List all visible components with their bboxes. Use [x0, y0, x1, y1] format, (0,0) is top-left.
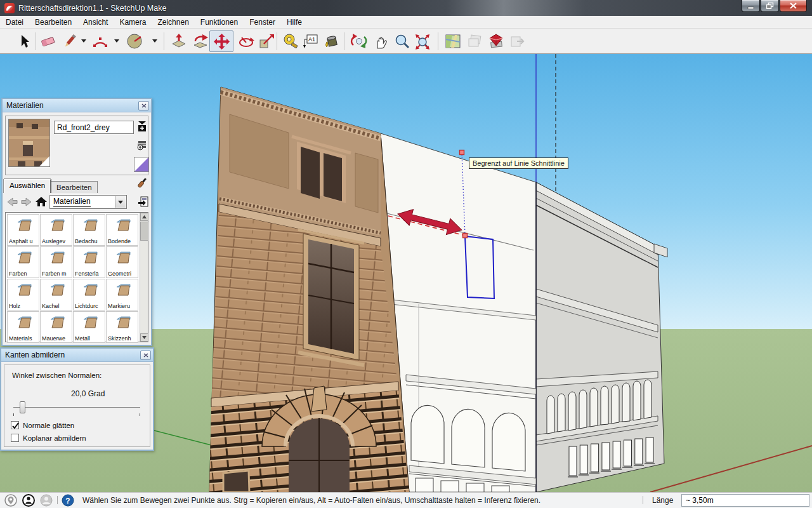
share-model-tool[interactable]	[508, 30, 528, 52]
material-collection-item[interactable]: Markieru	[106, 279, 138, 311]
circle-tool[interactable]	[124, 30, 145, 52]
eraser-tool[interactable]	[38, 30, 58, 52]
sketchup-window: Ritterschaftsdirektion1.1 - SketchUp Mak…	[0, 0, 812, 508]
zoom-tool[interactable]	[392, 30, 412, 52]
measurement-input[interactable]	[681, 494, 809, 507]
scroll-up-icon[interactable]	[140, 213, 148, 221]
tab-bearbeiten[interactable]: Bearbeiten	[51, 181, 98, 193]
material-collection-item[interactable]: Auslegev	[40, 214, 72, 246]
add-location-tool[interactable]	[443, 30, 463, 52]
circle-tool-dropdown[interactable]	[152, 39, 157, 43]
materials-panel-titlebar[interactable]: Materialien	[3, 99, 151, 112]
scroll-down-icon[interactable]	[140, 333, 148, 342]
create-material-icon[interactable]	[136, 120, 148, 131]
warehouse-tool[interactable]	[486, 30, 506, 52]
folder-icon	[115, 250, 131, 264]
status-bar: ? Wählen Sie zum Bewegen zwei Punkte aus…	[0, 492, 812, 508]
material-collection-item[interactable]: Farben	[7, 246, 39, 278]
material-collection-item[interactable]: Skizzenh	[106, 311, 138, 343]
default-material-icon[interactable]	[134, 157, 149, 172]
help-icon[interactable]: ?	[62, 494, 74, 508]
arc-tool[interactable]	[90, 30, 110, 52]
material-collection-item[interactable]: Lichtdurc	[73, 279, 105, 311]
restore-button[interactable]	[761, 0, 779, 12]
claim-icon[interactable]	[22, 493, 36, 508]
material-collection-item[interactable]: Bodende	[106, 214, 138, 246]
slider-tick-right	[140, 413, 140, 416]
close-button[interactable]	[780, 0, 807, 12]
sign-in-icon[interactable]	[39, 493, 53, 508]
menu-item-bearbeiten[interactable]: Bearbeiten	[29, 17, 77, 28]
pan-tool[interactable]	[370, 30, 391, 52]
minimize-button[interactable]	[742, 0, 760, 12]
menu-item-kamera[interactable]: Kamera	[114, 17, 152, 28]
soften-panel-title: Kanten abmildern	[5, 351, 65, 359]
select-tool[interactable]	[14, 30, 34, 52]
secondary-pane-icon[interactable]	[136, 139, 148, 150]
orbit-tool[interactable]	[349, 30, 369, 52]
zoom-extents-tool[interactable]	[412, 30, 433, 52]
paint-bucket-tool[interactable]	[321, 30, 341, 52]
pushpull-tool[interactable]	[169, 30, 189, 52]
photo-textures-tool[interactable]	[464, 30, 485, 52]
soften-panel-titlebar[interactable]: Kanten abmildern	[1, 349, 153, 362]
angle-slider-track[interactable]	[13, 407, 140, 408]
tape-measure-tool[interactable]	[280, 30, 301, 52]
details-icon[interactable]	[137, 196, 150, 211]
forward-icon[interactable]	[20, 196, 32, 210]
material-thumbnail[interactable]	[8, 119, 50, 167]
material-collection-item[interactable]: Holz	[7, 279, 39, 311]
menu-item-funktionen[interactable]: Funktionen	[195, 17, 244, 28]
folder-icon	[49, 283, 65, 297]
back-icon[interactable]	[6, 196, 18, 210]
line-tool[interactable]	[60, 30, 80, 52]
material-collection-item[interactable]: Fensterlä	[73, 246, 105, 278]
materials-scrollbar[interactable]	[140, 213, 148, 342]
angle-slider-handle[interactable]	[20, 401, 25, 413]
menu-item-fenster[interactable]: Fenster	[244, 17, 281, 28]
menu-item-datei[interactable]: Datei	[0, 17, 29, 28]
statusbar-separator2	[643, 496, 643, 504]
materials-panel-title: Materialien	[6, 101, 44, 110]
material-collection-item[interactable]: Geometri	[106, 246, 138, 278]
arc-tool-dropdown[interactable]	[114, 39, 119, 43]
material-collection-item[interactable]: Asphalt u	[7, 214, 39, 246]
tab-auswaehlen[interactable]: Auswählen	[4, 179, 51, 193]
material-collection-label: Farben	[9, 271, 38, 277]
soften-coplanar-row: Koplanar abmildern	[11, 434, 86, 442]
angle-value: 20,0 Grad	[71, 389, 105, 398]
menu-item-ansicht[interactable]: Ansicht	[77, 17, 114, 28]
soften-panel-close-icon[interactable]	[140, 351, 151, 360]
menu-item-zeichnen[interactable]: Zeichnen	[152, 17, 194, 28]
scrollbar-thumb[interactable]	[140, 222, 148, 241]
material-collection-item[interactable]: Materials	[7, 311, 39, 343]
smooth-normals-checkbox[interactable]	[11, 421, 19, 429]
material-collection-label: Metall	[75, 335, 104, 342]
menu-item-hilfe[interactable]: Hilfe	[281, 17, 308, 28]
svg-text:?: ?	[65, 497, 70, 505]
rotate-tool[interactable]	[236, 30, 256, 52]
materials-panel-close-icon[interactable]	[138, 101, 149, 110]
material-name-input[interactable]	[54, 121, 134, 134]
soften-coplanar-checkbox[interactable]	[11, 434, 19, 442]
material-collection-item[interactable]: Kachel	[40, 279, 72, 311]
line-tool-dropdown[interactable]	[81, 39, 86, 43]
material-collection-item[interactable]: Farben m	[40, 246, 72, 278]
move-tool[interactable]	[209, 30, 233, 52]
sample-paint-icon[interactable]	[136, 177, 148, 192]
scale-tool[interactable]	[256, 30, 277, 52]
collections-dropdown-value: Materialien	[53, 197, 91, 207]
text-tool[interactable]: A1	[301, 30, 321, 52]
material-collection-item[interactable]: Metall	[73, 311, 105, 343]
home-icon[interactable]	[35, 196, 48, 211]
title-bar[interactable]: Ritterschaftsdirektion1.1 - SketchUp Mak…	[0, 0, 812, 16]
collections-dropdown-arrow-icon[interactable]	[115, 196, 126, 208]
followme-tool[interactable]	[190, 30, 211, 52]
folder-icon	[115, 218, 131, 232]
folder-icon	[16, 315, 32, 329]
geolocation-icon[interactable]	[4, 493, 18, 508]
material-collection-label: Bodende	[108, 238, 137, 244]
collections-dropdown[interactable]: Materialien	[49, 195, 127, 209]
material-collection-item[interactable]: Mauerwe	[40, 311, 72, 343]
material-collection-item[interactable]: Bedachu	[73, 214, 105, 246]
